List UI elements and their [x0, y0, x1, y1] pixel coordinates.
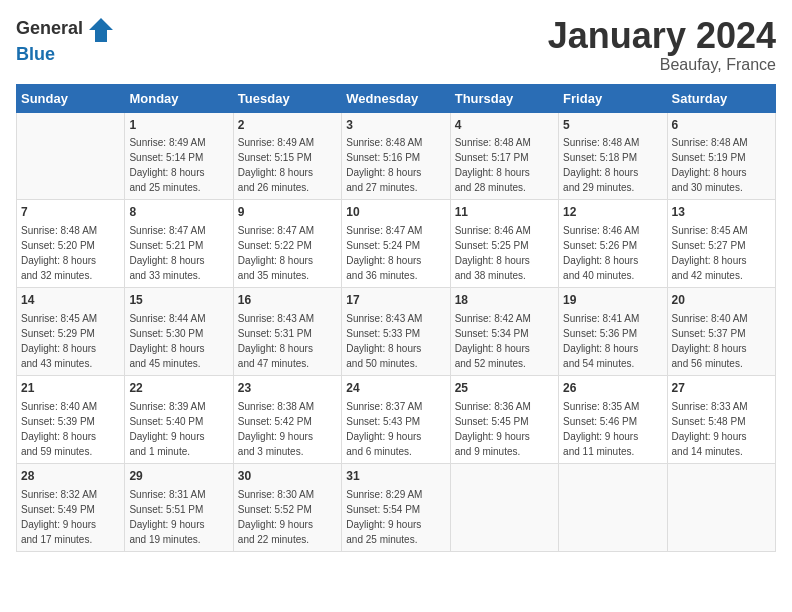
calendar-cell: 6Sunrise: 8:48 AM Sunset: 5:19 PM Daylig…	[667, 112, 775, 200]
day-number: 15	[129, 292, 228, 309]
day-info: Sunrise: 8:46 AM Sunset: 5:26 PM Dayligh…	[563, 225, 639, 281]
day-info: Sunrise: 8:43 AM Sunset: 5:31 PM Dayligh…	[238, 313, 314, 369]
calendar-week-row: 21Sunrise: 8:40 AM Sunset: 5:39 PM Dayli…	[17, 375, 776, 463]
col-thursday: Thursday	[450, 84, 558, 112]
svg-marker-0	[89, 18, 113, 42]
calendar-cell: 11Sunrise: 8:46 AM Sunset: 5:25 PM Dayli…	[450, 200, 558, 288]
day-number: 2	[238, 117, 337, 134]
day-info: Sunrise: 8:45 AM Sunset: 5:29 PM Dayligh…	[21, 313, 97, 369]
calendar-cell: 18Sunrise: 8:42 AM Sunset: 5:34 PM Dayli…	[450, 288, 558, 376]
day-info: Sunrise: 8:43 AM Sunset: 5:33 PM Dayligh…	[346, 313, 422, 369]
day-number: 7	[21, 204, 120, 221]
day-info: Sunrise: 8:44 AM Sunset: 5:30 PM Dayligh…	[129, 313, 205, 369]
calendar-cell: 5Sunrise: 8:48 AM Sunset: 5:18 PM Daylig…	[559, 112, 667, 200]
day-number: 10	[346, 204, 445, 221]
day-number: 13	[672, 204, 771, 221]
col-wednesday: Wednesday	[342, 84, 450, 112]
logo-general: General	[16, 18, 83, 38]
day-number: 25	[455, 380, 554, 397]
calendar-cell: 30Sunrise: 8:30 AM Sunset: 5:52 PM Dayli…	[233, 463, 341, 551]
day-number: 9	[238, 204, 337, 221]
day-number: 11	[455, 204, 554, 221]
day-info: Sunrise: 8:36 AM Sunset: 5:45 PM Dayligh…	[455, 401, 531, 457]
day-info: Sunrise: 8:32 AM Sunset: 5:49 PM Dayligh…	[21, 489, 97, 545]
day-info: Sunrise: 8:42 AM Sunset: 5:34 PM Dayligh…	[455, 313, 531, 369]
calendar-cell: 15Sunrise: 8:44 AM Sunset: 5:30 PM Dayli…	[125, 288, 233, 376]
calendar-cell: 17Sunrise: 8:43 AM Sunset: 5:33 PM Dayli…	[342, 288, 450, 376]
day-info: Sunrise: 8:45 AM Sunset: 5:27 PM Dayligh…	[672, 225, 748, 281]
day-number: 8	[129, 204, 228, 221]
month-title: January 2024	[548, 16, 776, 56]
day-number: 23	[238, 380, 337, 397]
calendar-cell: 1Sunrise: 8:49 AM Sunset: 5:14 PM Daylig…	[125, 112, 233, 200]
calendar-cell: 26Sunrise: 8:35 AM Sunset: 5:46 PM Dayli…	[559, 375, 667, 463]
calendar-cell: 16Sunrise: 8:43 AM Sunset: 5:31 PM Dayli…	[233, 288, 341, 376]
day-number: 21	[21, 380, 120, 397]
day-number: 27	[672, 380, 771, 397]
calendar-cell: 22Sunrise: 8:39 AM Sunset: 5:40 PM Dayli…	[125, 375, 233, 463]
day-number: 5	[563, 117, 662, 134]
day-number: 18	[455, 292, 554, 309]
calendar-cell: 9Sunrise: 8:47 AM Sunset: 5:22 PM Daylig…	[233, 200, 341, 288]
calendar-table: Sunday Monday Tuesday Wednesday Thursday…	[16, 84, 776, 552]
calendar-cell: 27Sunrise: 8:33 AM Sunset: 5:48 PM Dayli…	[667, 375, 775, 463]
calendar-week-row: 14Sunrise: 8:45 AM Sunset: 5:29 PM Dayli…	[17, 288, 776, 376]
day-number: 16	[238, 292, 337, 309]
day-number: 31	[346, 468, 445, 485]
calendar-cell	[450, 463, 558, 551]
day-number: 12	[563, 204, 662, 221]
day-info: Sunrise: 8:40 AM Sunset: 5:37 PM Dayligh…	[672, 313, 748, 369]
day-info: Sunrise: 8:40 AM Sunset: 5:39 PM Dayligh…	[21, 401, 97, 457]
page-header: General Blue January 2024 Beaufay, Franc…	[16, 16, 776, 74]
day-info: Sunrise: 8:47 AM Sunset: 5:24 PM Dayligh…	[346, 225, 422, 281]
day-info: Sunrise: 8:48 AM Sunset: 5:16 PM Dayligh…	[346, 137, 422, 193]
day-number: 24	[346, 380, 445, 397]
calendar-cell: 3Sunrise: 8:48 AM Sunset: 5:16 PM Daylig…	[342, 112, 450, 200]
day-info: Sunrise: 8:37 AM Sunset: 5:43 PM Dayligh…	[346, 401, 422, 457]
day-info: Sunrise: 8:35 AM Sunset: 5:46 PM Dayligh…	[563, 401, 639, 457]
location: Beaufay, France	[548, 56, 776, 74]
calendar-cell: 10Sunrise: 8:47 AM Sunset: 5:24 PM Dayli…	[342, 200, 450, 288]
day-info: Sunrise: 8:30 AM Sunset: 5:52 PM Dayligh…	[238, 489, 314, 545]
day-number: 30	[238, 468, 337, 485]
day-info: Sunrise: 8:39 AM Sunset: 5:40 PM Dayligh…	[129, 401, 205, 457]
day-info: Sunrise: 8:38 AM Sunset: 5:42 PM Dayligh…	[238, 401, 314, 457]
calendar-week-row: 7Sunrise: 8:48 AM Sunset: 5:20 PM Daylig…	[17, 200, 776, 288]
day-info: Sunrise: 8:48 AM Sunset: 5:17 PM Dayligh…	[455, 137, 531, 193]
calendar-cell: 25Sunrise: 8:36 AM Sunset: 5:45 PM Dayli…	[450, 375, 558, 463]
calendar-cell	[667, 463, 775, 551]
day-info: Sunrise: 8:47 AM Sunset: 5:22 PM Dayligh…	[238, 225, 314, 281]
day-number: 3	[346, 117, 445, 134]
day-info: Sunrise: 8:46 AM Sunset: 5:25 PM Dayligh…	[455, 225, 531, 281]
logo-blue: Blue	[16, 44, 55, 64]
calendar-cell	[17, 112, 125, 200]
calendar-cell: 24Sunrise: 8:37 AM Sunset: 5:43 PM Dayli…	[342, 375, 450, 463]
calendar-week-row: 1Sunrise: 8:49 AM Sunset: 5:14 PM Daylig…	[17, 112, 776, 200]
day-info: Sunrise: 8:48 AM Sunset: 5:20 PM Dayligh…	[21, 225, 97, 281]
day-info: Sunrise: 8:49 AM Sunset: 5:15 PM Dayligh…	[238, 137, 314, 193]
day-number: 6	[672, 117, 771, 134]
col-monday: Monday	[125, 84, 233, 112]
calendar-cell: 8Sunrise: 8:47 AM Sunset: 5:21 PM Daylig…	[125, 200, 233, 288]
day-info: Sunrise: 8:33 AM Sunset: 5:48 PM Dayligh…	[672, 401, 748, 457]
day-info: Sunrise: 8:48 AM Sunset: 5:19 PM Dayligh…	[672, 137, 748, 193]
day-number: 28	[21, 468, 120, 485]
day-number: 4	[455, 117, 554, 134]
calendar-cell: 14Sunrise: 8:45 AM Sunset: 5:29 PM Dayli…	[17, 288, 125, 376]
col-sunday: Sunday	[17, 84, 125, 112]
day-info: Sunrise: 8:47 AM Sunset: 5:21 PM Dayligh…	[129, 225, 205, 281]
day-number: 1	[129, 117, 228, 134]
col-friday: Friday	[559, 84, 667, 112]
calendar-cell: 12Sunrise: 8:46 AM Sunset: 5:26 PM Dayli…	[559, 200, 667, 288]
day-info: Sunrise: 8:49 AM Sunset: 5:14 PM Dayligh…	[129, 137, 205, 193]
col-tuesday: Tuesday	[233, 84, 341, 112]
calendar-week-row: 28Sunrise: 8:32 AM Sunset: 5:49 PM Dayli…	[17, 463, 776, 551]
calendar-cell: 13Sunrise: 8:45 AM Sunset: 5:27 PM Dayli…	[667, 200, 775, 288]
day-number: 17	[346, 292, 445, 309]
calendar-cell: 4Sunrise: 8:48 AM Sunset: 5:17 PM Daylig…	[450, 112, 558, 200]
day-info: Sunrise: 8:29 AM Sunset: 5:54 PM Dayligh…	[346, 489, 422, 545]
col-saturday: Saturday	[667, 84, 775, 112]
calendar-cell: 2Sunrise: 8:49 AM Sunset: 5:15 PM Daylig…	[233, 112, 341, 200]
calendar-cell: 31Sunrise: 8:29 AM Sunset: 5:54 PM Dayli…	[342, 463, 450, 551]
day-number: 19	[563, 292, 662, 309]
